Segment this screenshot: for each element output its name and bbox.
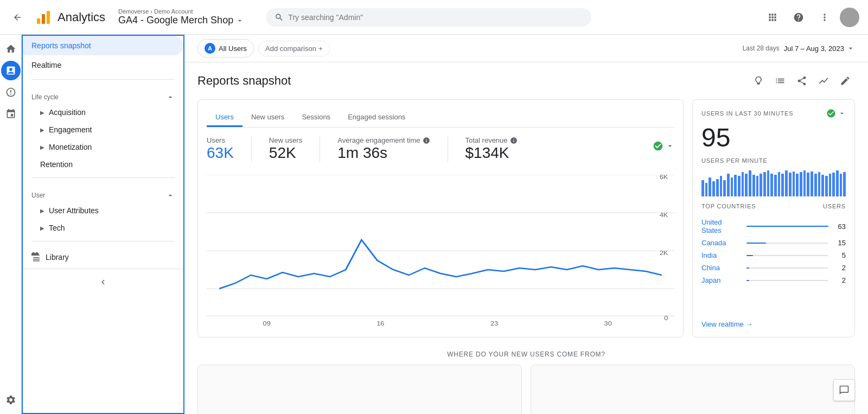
- metric-revenue: Total revenue $134K: [465, 136, 518, 162]
- countries-list: United States63Canada15India5China2Japan…: [701, 216, 846, 286]
- lifecycle-label: Life cycle: [31, 93, 59, 101]
- chart-tab-engaged-sessions[interactable]: Engaged sessions: [339, 109, 414, 127]
- user-attributes-arrow-icon: ▶: [40, 208, 44, 214]
- insights-button[interactable]: [749, 71, 768, 91]
- back-button[interactable]: [9, 9, 26, 26]
- country-name[interactable]: India: [701, 251, 742, 259]
- country-name[interactable]: United States: [701, 218, 742, 234]
- sidebar-item-user-attributes[interactable]: ▶ User Attributes: [23, 202, 183, 219]
- advertising-icon-btn[interactable]: [1, 104, 21, 124]
- country-row: Japan2: [701, 274, 846, 286]
- realtime-label: Realtime: [31, 61, 61, 69]
- bottom-card-2: [531, 365, 855, 414]
- icon-rail: [0, 35, 22, 414]
- country-name[interactable]: Japan: [701, 276, 742, 284]
- add-comparison-label: Add comparison: [265, 44, 316, 53]
- help-button[interactable]: [788, 7, 809, 28]
- mini-bar: [752, 175, 755, 196]
- mini-bar: [720, 176, 723, 196]
- bottom-section-label: WHERE DO YOUR NEW USERS COME FROM?: [197, 351, 855, 358]
- metric-revenue-value: $134K: [465, 144, 518, 162]
- realtime-dropdown-icon[interactable]: [838, 110, 846, 117]
- sidebar-collapse-button[interactable]: [94, 273, 112, 291]
- sidebar-item-tech[interactable]: ▶ Tech: [23, 219, 183, 237]
- search-bar[interactable]: [266, 8, 591, 27]
- sidebar-item-library[interactable]: Library: [23, 246, 183, 269]
- country-name[interactable]: Canada: [701, 239, 742, 247]
- sidebar-item-monetization[interactable]: ▶ Monetization: [23, 138, 183, 156]
- home-icon-btn[interactable]: [1, 39, 21, 59]
- metric-new-users-label: New users: [269, 136, 302, 144]
- logo-area: Analytics: [35, 9, 105, 26]
- engagement-info-icon[interactable]: [423, 137, 430, 144]
- metric-actions: [653, 141, 674, 151]
- realtime-panel: USERS IN LAST 30 MINUTES 95 USERS PER MI…: [692, 99, 855, 337]
- settings-icon-btn[interactable]: [1, 390, 21, 410]
- revenue-info-icon[interactable]: [510, 137, 518, 144]
- engagement-arrow-icon: ▶: [40, 127, 44, 133]
- account-nav: Demoverse › Demo Account GA4 - Google Me…: [118, 8, 244, 26]
- customize-button[interactable]: [770, 71, 790, 91]
- chart-tab-users[interactable]: Users: [207, 109, 242, 127]
- mini-bar: [821, 175, 824, 196]
- metric-dropdown-icon[interactable]: [666, 142, 674, 150]
- chart-tab-sessions[interactable]: Sessions: [293, 109, 339, 127]
- user-section-label: User: [31, 192, 45, 199]
- mini-bar: [763, 172, 766, 196]
- country-bar: [746, 226, 828, 227]
- explore-icon-btn[interactable]: [1, 82, 21, 102]
- monetization-arrow-icon: ▶: [40, 144, 44, 150]
- user-section-collapse-icon[interactable]: [166, 191, 175, 200]
- metric-engagement: Average engagement time 1m 36s: [337, 136, 430, 162]
- country-bar-wrap: [746, 226, 828, 227]
- country-users-count: 2: [833, 264, 846, 272]
- mini-bar: [800, 172, 802, 196]
- mini-bar: [742, 172, 744, 196]
- sidebar-item-retention[interactable]: Retention: [23, 156, 183, 173]
- feedback-button[interactable]: [833, 379, 855, 401]
- account-selector[interactable]: GA4 - Google Merch Shop: [118, 15, 244, 26]
- country-name[interactable]: China: [701, 264, 742, 272]
- mini-bar: [796, 174, 799, 196]
- mini-bar: [810, 171, 813, 196]
- mini-bar: [716, 179, 719, 196]
- search-input[interactable]: [288, 13, 583, 22]
- sidebar-item-reports-snapshot[interactable]: Reports snapshot: [23, 36, 183, 55]
- country-users-count: 63: [833, 222, 846, 231]
- comparison-bar: A All Users Add comparison +: [197, 39, 330, 58]
- sidebar-item-engagement[interactable]: ▶ Engagement: [23, 121, 183, 138]
- more-button[interactable]: [814, 7, 835, 28]
- country-bar: [746, 255, 753, 256]
- sidebar-divider-1: [31, 79, 175, 80]
- all-users-chip[interactable]: A All Users: [197, 39, 254, 58]
- mini-bar: [840, 174, 843, 196]
- metric-divider-2: [320, 136, 320, 162]
- reports-icon-btn[interactable]: [1, 61, 21, 80]
- user-attributes-label: User Attributes: [49, 206, 99, 215]
- edit-button[interactable]: [835, 71, 855, 91]
- metric-engagement-label: Average engagement time: [337, 136, 430, 144]
- retention-label: Retention: [40, 160, 73, 169]
- country-bar: [746, 267, 749, 269]
- apps-button[interactable]: [762, 7, 783, 28]
- add-comparison-button[interactable]: Add comparison +: [258, 41, 330, 56]
- sidebar-item-realtime[interactable]: Realtime: [23, 55, 183, 75]
- date-range-selector[interactable]: Last 28 days Jul 7 – Aug 3, 2023: [743, 44, 855, 53]
- mini-bar: [843, 172, 846, 196]
- share-button[interactable]: [792, 71, 812, 91]
- analytics-button[interactable]: [814, 71, 833, 91]
- chart-tab-new-users[interactable]: New users: [242, 109, 293, 127]
- svg-text:30: 30: [604, 320, 612, 327]
- monetization-label: Monetization: [49, 143, 92, 151]
- sidebar-divider-2: [31, 177, 175, 178]
- chart-container: 6K 4K 2K 0 09 Jul 16 23 30: [207, 175, 674, 328]
- header-actions: [762, 7, 859, 28]
- main-chart-card: Users New users Sessions Engaged session…: [197, 99, 684, 337]
- lifecycle-collapse-icon[interactable]: [166, 93, 175, 101]
- mini-bar: [829, 174, 832, 196]
- country-row: India5: [701, 249, 846, 262]
- view-realtime-link[interactable]: View realtime →: [701, 320, 846, 328]
- avatar[interactable]: [840, 8, 859, 27]
- metric-divider-3: [448, 136, 448, 162]
- sidebar-item-acquisition[interactable]: ▶ Acquisition: [23, 104, 183, 121]
